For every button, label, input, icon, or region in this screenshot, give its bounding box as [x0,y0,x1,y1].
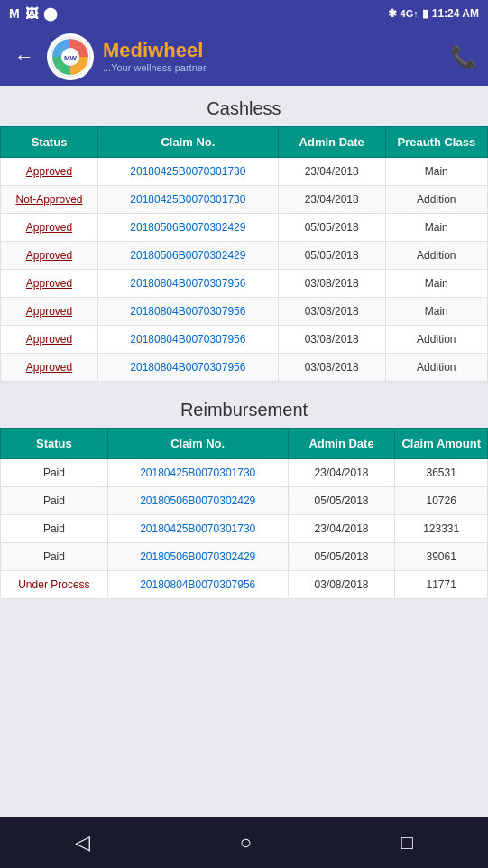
reimb-tbody: Paid 20180425B0070301730 23/04/2018 3653… [1,459,488,599]
cashless-admin-date: 03/08/2018 [278,298,385,326]
cashless-admin-date: 23/04/2018 [278,158,385,186]
cashless-preauth: Main [385,158,487,186]
status-bar-right: ✱ 4G↑ ▮ 11:24 AM [388,7,479,20]
nav-home-button[interactable]: ○ [222,824,270,862]
cashless-row: Approved 20180804B0070307956 03/08/2018 … [1,270,488,298]
reimb-amount: 11771 [395,571,488,599]
cashless-claim-no[interactable]: 20180804B0070307956 [98,270,279,298]
cashless-section: Cashless Status Claim No. Admin Date Pre… [0,86,488,382]
cashless-row: Not-Approved 20180425B0070301730 23/04/2… [1,186,488,214]
app-logo: MW [47,33,94,80]
phone-button[interactable]: 📞 [450,44,477,69]
cashless-claim-no[interactable]: 20180506B0070302429 [98,214,279,242]
cashless-claim-no[interactable]: 20180804B0070307956 [98,326,279,354]
reimb-claim-no[interactable]: 20180425B0070301730 [107,459,288,487]
nav-back-button[interactable]: ◁ [57,824,108,862]
cashless-preauth: Addition [385,242,487,270]
cashless-admin-date: 03/08/2018 [278,326,385,354]
cashless-header-row: Status Claim No. Admin Date Preauth Clas… [1,127,488,158]
reimb-row: Paid 20180506B0070302429 05/05/2018 1072… [1,487,488,515]
reimb-admin-date: 05/05/2018 [288,487,395,515]
cashless-thead: Status Claim No. Admin Date Preauth Clas… [1,127,488,158]
image-icon: 🖼 [25,6,38,21]
clock: 11:24 AM [432,7,479,20]
app-header: ← MW Mediwheel ...Your wellness partner … [0,27,488,86]
cashless-claim-no[interactable]: 20180425B0070301730 [98,186,279,214]
reimb-row: Under Process 20180804B0070307956 03/08/… [1,571,488,599]
back-button[interactable]: ← [11,42,38,72]
cashless-status[interactable]: Approved [1,242,98,270]
cashless-status[interactable]: Not-Approved [1,186,98,214]
cashless-tbody: Approved 20180425B0070301730 23/04/2018 … [1,158,488,382]
cashless-admin-date: 03/08/2018 [278,270,385,298]
reimb-status[interactable]: Paid [1,487,108,515]
reimb-col-status: Status [1,429,108,459]
reimb-amount: 39061 [395,543,488,571]
reimb-status[interactable]: Paid [1,459,108,487]
col-admin-date: Admin Date [278,127,385,158]
cashless-preauth: Addition [385,326,487,354]
reimb-amount: 10726 [395,487,488,515]
cashless-preauth: Main [385,270,487,298]
cashless-row: Approved 20180506B0070302429 05/05/2018 … [1,214,488,242]
main-content: Cashless Status Claim No. Admin Date Pre… [0,86,488,817]
cashless-table-wrapper: Status Claim No. Admin Date Preauth Clas… [0,126,488,382]
nav-recents-button[interactable]: □ [383,824,431,862]
reimb-table: Status Claim No. Admin Date Claim Amount… [0,428,488,599]
cashless-admin-date: 05/05/2018 [278,214,385,242]
col-status: Status [1,127,98,158]
cashless-status[interactable]: Approved [1,298,98,326]
reimb-admin-date: 03/08/2018 [288,571,395,599]
reimb-claim-no[interactable]: 20180506B0070302429 [107,543,288,571]
reimb-row: Paid 20180425B0070301730 23/04/2018 1233… [1,515,488,543]
reimb-col-claim-no: Claim No. [107,429,288,459]
reimb-row: Paid 20180425B0070301730 23/04/2018 3653… [1,459,488,487]
reimb-status[interactable]: Paid [1,515,108,543]
nav-bar: ◁ ○ □ [0,817,488,868]
cashless-claim-no[interactable]: 20180804B0070307956 [98,354,279,382]
reimb-amount: 36531 [395,459,488,487]
cashless-row: Approved 20180804B0070307956 03/08/2018 … [1,298,488,326]
battery-icon: ▮ [422,7,428,20]
cashless-row: Approved 20180425B0070301730 23/04/2018 … [1,158,488,186]
cashless-claim-no[interactable]: 20180506B0070302429 [98,242,279,270]
reimb-col-admin-date: Admin Date [288,429,395,459]
cashless-status[interactable]: Approved [1,270,98,298]
reimb-claim-no[interactable]: 20180425B0070301730 [107,515,288,543]
reimb-status[interactable]: Paid [1,543,108,571]
reimb-claim-no[interactable]: 20180506B0070302429 [107,487,288,515]
cashless-admin-date: 05/05/2018 [278,242,385,270]
reimb-col-amount: Claim Amount [395,429,488,459]
cashless-admin-date: 23/04/2018 [278,186,385,214]
signal-icon: 4G↑ [401,8,419,19]
cashless-preauth: Addition [385,354,487,382]
reimb-header-row: Status Claim No. Admin Date Claim Amount [1,429,488,459]
cashless-status[interactable]: Approved [1,158,98,186]
reimbursement-section: Reimbursement Status Claim No. Admin Dat… [0,387,488,599]
circle-icon: ⬤ [43,6,58,21]
cashless-preauth: Main [385,214,487,242]
reimb-claim-no[interactable]: 20180804B0070307956 [107,571,288,599]
cashless-row: Approved 20180506B0070302429 05/05/2018 … [1,242,488,270]
reimb-row: Paid 20180506B0070302429 05/05/2018 3906… [1,543,488,571]
brand-tagline: ...Your wellness partner [103,62,207,73]
reimbursement-title: Reimbursement [0,387,488,428]
status-bar: M 🖼 ⬤ ✱ 4G↑ ▮ 11:24 AM [0,0,488,27]
cashless-claim-no[interactable]: 20180804B0070307956 [98,298,279,326]
cashless-preauth: Main [385,298,487,326]
cashless-admin-date: 03/08/2018 [278,354,385,382]
logo-svg: MW [49,35,92,78]
cashless-status[interactable]: Approved [1,326,98,354]
status-bar-left: M 🖼 ⬤ [9,6,58,21]
reimb-admin-date: 05/05/2018 [288,543,395,571]
header-logo-container: MW Mediwheel ...Your wellness partner [47,33,441,80]
cashless-status[interactable]: Approved [1,354,98,382]
bluetooth-icon: ✱ [388,7,397,20]
reimb-thead: Status Claim No. Admin Date Claim Amount [1,429,488,459]
reimb-admin-date: 23/04/2018 [288,459,395,487]
cashless-status[interactable]: Approved [1,214,98,242]
cashless-claim-no[interactable]: 20180425B0070301730 [98,158,279,186]
reimb-status[interactable]: Under Process [1,571,108,599]
gmail-icon: M [9,6,20,21]
cashless-title: Cashless [0,86,488,126]
